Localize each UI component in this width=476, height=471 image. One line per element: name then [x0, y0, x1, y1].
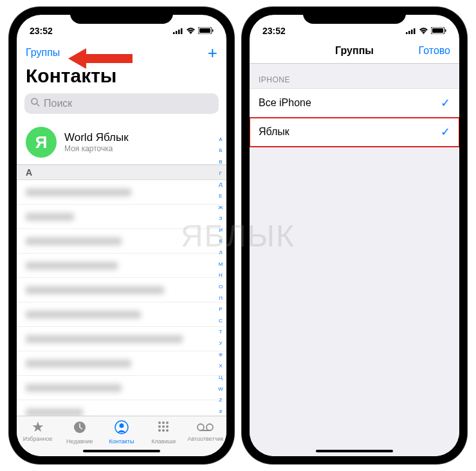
index-letter[interactable]: W — [216, 387, 225, 392]
group-row[interactable]: Яблык✓ — [250, 118, 459, 147]
index-letter[interactable]: Е — [216, 194, 225, 199]
battery-icon — [198, 26, 214, 36]
my-card[interactable]: Я World Яблык Моя карточка — [17, 120, 226, 165]
svg-rect-30 — [432, 28, 443, 33]
group-row[interactable]: Все iPhone✓ — [250, 88, 459, 118]
index-letter[interactable]: Н — [216, 273, 225, 278]
add-button[interactable]: + — [208, 44, 217, 61]
svg-rect-26 — [408, 31, 410, 34]
index-letter[interactable]: Z — [216, 398, 225, 403]
index-letter[interactable]: О — [216, 284, 225, 290]
checkmark-icon: ✓ — [441, 96, 450, 110]
contact-row[interactable] — [17, 376, 226, 400]
nav-title: Группы — [335, 45, 374, 57]
svg-rect-5 — [199, 28, 210, 33]
status-icons — [406, 26, 446, 36]
index-letter[interactable]: З — [216, 216, 225, 221]
status-time: 23:52 — [30, 26, 53, 36]
svg-point-15 — [166, 421, 169, 424]
tab-voicemail[interactable]: Автоответчик — [186, 420, 224, 445]
index-letter[interactable]: У — [216, 341, 225, 346]
index-letter[interactable]: Д — [216, 182, 225, 187]
wifi-icon — [186, 26, 196, 36]
avatar: Я — [26, 127, 57, 158]
index-letter[interactable]: Т — [216, 329, 225, 335]
voicemail-icon — [197, 420, 214, 434]
contact-row[interactable] — [17, 400, 226, 416]
svg-point-19 — [158, 429, 161, 432]
svg-point-21 — [166, 429, 169, 432]
signal-icon — [406, 26, 416, 36]
section-label: IPHONE — [250, 64, 459, 88]
svg-rect-27 — [411, 30, 413, 34]
index-letter[interactable]: А — [216, 137, 225, 142]
index-letter[interactable]: Р — [216, 307, 225, 312]
search-input[interactable]: Поиск — [24, 93, 219, 114]
tab-favorites[interactable]: ★ Избранное — [19, 420, 57, 445]
index-letter[interactable]: В — [216, 160, 225, 165]
wifi-icon — [419, 26, 428, 36]
contact-row[interactable] — [17, 327, 226, 351]
home-indicator[interactable] — [316, 450, 393, 452]
index-letter[interactable]: Х — [216, 364, 225, 369]
phone-contacts: 23:52 Группы + Контакты — [9, 7, 234, 464]
index-letter[interactable]: И — [216, 228, 225, 233]
svg-rect-0 — [173, 32, 175, 34]
done-button[interactable]: Готово — [419, 45, 450, 57]
index-letter[interactable]: М — [216, 262, 225, 267]
svg-point-18 — [166, 425, 169, 428]
contact-row[interactable] — [17, 278, 226, 302]
index-letter[interactable]: # — [216, 409, 225, 414]
svg-rect-25 — [406, 32, 408, 34]
star-icon: ★ — [32, 420, 44, 434]
index-letter[interactable]: Ц — [216, 375, 225, 380]
index-letter[interactable]: Б — [216, 148, 225, 153]
index-letter[interactable]: Ф — [216, 353, 225, 358]
signal-icon — [173, 26, 183, 36]
svg-line-9 — [37, 104, 39, 106]
svg-rect-31 — [445, 30, 446, 32]
search-icon — [31, 98, 40, 109]
contact-row[interactable] — [17, 229, 226, 254]
search-placeholder: Поиск — [44, 98, 72, 109]
svg-rect-6 — [212, 30, 214, 32]
group-label: Все iPhone — [259, 97, 311, 109]
nav-bar: Группы Готово — [250, 41, 459, 64]
person-icon — [114, 420, 129, 437]
contact-row[interactable] — [17, 180, 226, 205]
contact-row[interactable] — [17, 351, 226, 376]
index-letter[interactable]: Ж — [216, 205, 225, 210]
home-indicator[interactable] — [83, 450, 160, 452]
tab-contacts[interactable]: Контакты — [102, 420, 141, 445]
alphabet-index[interactable]: АБВГДЕЖЗИКЛМНОПРСТУФХЦWZ# — [216, 134, 225, 418]
phone-groups: 23:52 Группы Готово IPHONE Все iPhone✓Яб… — [242, 7, 467, 464]
svg-point-13 — [158, 421, 161, 424]
notch — [70, 7, 173, 24]
status-icons — [173, 26, 214, 36]
contact-row[interactable] — [17, 205, 226, 229]
svg-point-20 — [162, 429, 165, 432]
index-letter[interactable]: П — [216, 296, 225, 301]
index-letter[interactable]: С — [216, 319, 225, 324]
index-letter[interactable]: Л — [216, 250, 225, 255]
battery-icon — [431, 26, 446, 36]
contacts-list[interactable]: A — [17, 165, 226, 416]
notch — [303, 7, 406, 24]
groups-button[interactable]: Группы — [26, 47, 60, 59]
index-letter[interactable]: К — [216, 239, 225, 244]
groups-body: IPHONE Все iPhone✓Яблык✓ — [250, 64, 459, 456]
contact-row[interactable] — [17, 254, 226, 278]
mycard-subtitle: Моя карточка — [64, 144, 129, 153]
mycard-name: World Яблык — [64, 131, 129, 144]
svg-point-14 — [162, 421, 165, 424]
svg-rect-1 — [176, 31, 178, 34]
attention-arrow — [68, 47, 133, 73]
svg-point-17 — [162, 425, 165, 428]
tab-keypad[interactable]: Клавиши — [144, 420, 183, 445]
contact-row[interactable] — [17, 302, 226, 327]
status-time: 23:52 — [262, 26, 286, 36]
svg-point-22 — [197, 424, 204, 430]
index-letter[interactable]: Г — [216, 171, 225, 176]
svg-marker-7 — [68, 48, 133, 69]
tab-recents[interactable]: Недавние — [60, 420, 99, 445]
